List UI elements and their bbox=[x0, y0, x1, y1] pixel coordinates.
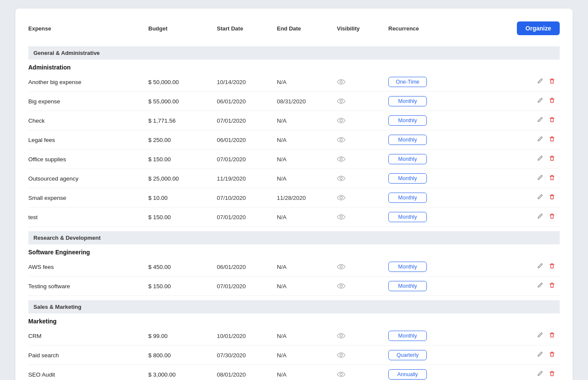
visibility-cell bbox=[337, 79, 388, 85]
expense-budget: $ 99.00 bbox=[148, 333, 217, 339]
expense-budget: $ 250.00 bbox=[148, 137, 217, 143]
delete-button[interactable] bbox=[549, 213, 555, 221]
delete-button[interactable] bbox=[549, 370, 555, 379]
expense-name: Check bbox=[28, 118, 148, 124]
visibility-cell bbox=[337, 137, 388, 143]
expense-budget: $ 50,000.00 bbox=[148, 79, 217, 85]
row-actions bbox=[474, 351, 560, 359]
edit-button[interactable] bbox=[537, 282, 543, 290]
table-row: Testing software $ 150.00 07/01/2020 N/A… bbox=[28, 277, 560, 296]
svg-point-0 bbox=[340, 81, 342, 83]
recurrence-badge[interactable]: One-Time bbox=[388, 77, 427, 87]
expense-start-date: 10/14/2020 bbox=[217, 79, 277, 85]
recurrence-cell: Monthly bbox=[388, 262, 474, 272]
recurrence-cell: Annually bbox=[388, 369, 474, 380]
edit-button[interactable] bbox=[537, 136, 543, 144]
organize-button[interactable]: Organize bbox=[517, 21, 560, 35]
group-header-1-0: Software Engineering bbox=[28, 244, 560, 257]
recurrence-badge[interactable]: Monthly bbox=[388, 135, 427, 145]
svg-point-1 bbox=[340, 100, 342, 102]
recurrence-cell: Monthly bbox=[388, 115, 474, 126]
edit-button[interactable] bbox=[537, 116, 543, 125]
visibility-cell bbox=[337, 264, 388, 270]
delete-button[interactable] bbox=[549, 262, 555, 271]
svg-point-10 bbox=[340, 335, 342, 337]
recurrence-badge[interactable]: Monthly bbox=[388, 281, 427, 291]
col-budget: Budget bbox=[148, 25, 217, 32]
svg-point-6 bbox=[340, 196, 342, 199]
expense-start-date: 10/01/2020 bbox=[217, 333, 277, 339]
recurrence-badge[interactable]: Monthly bbox=[388, 212, 427, 222]
expense-budget: $ 150.00 bbox=[148, 283, 217, 290]
recurrence-badge[interactable]: Annually bbox=[388, 369, 427, 380]
expense-end-date: 11/28/2020 bbox=[277, 195, 337, 201]
delete-button[interactable] bbox=[549, 174, 555, 183]
recurrence-badge[interactable]: Monthly bbox=[388, 193, 427, 203]
recurrence-cell: Quarterly bbox=[388, 350, 474, 360]
edit-button[interactable] bbox=[537, 332, 543, 340]
visibility-cell bbox=[337, 283, 388, 289]
expense-name: test bbox=[28, 214, 148, 220]
visibility-cell bbox=[337, 98, 388, 104]
svg-point-8 bbox=[340, 265, 342, 268]
visibility-cell bbox=[337, 371, 388, 377]
delete-button[interactable] bbox=[549, 136, 555, 144]
recurrence-cell: Monthly bbox=[388, 135, 474, 145]
edit-button[interactable] bbox=[537, 193, 543, 202]
table-row: Paid search $ 800.00 07/30/2020 N/A Quar… bbox=[28, 346, 560, 365]
expense-name: Legal fees bbox=[28, 137, 148, 143]
delete-button[interactable] bbox=[549, 97, 555, 106]
delete-button[interactable] bbox=[549, 155, 555, 163]
expense-end-date: N/A bbox=[277, 214, 337, 220]
expense-budget: $ 150.00 bbox=[148, 156, 217, 163]
expense-start-date: 07/01/2020 bbox=[217, 118, 277, 124]
delete-button[interactable] bbox=[549, 351, 555, 359]
edit-button[interactable] bbox=[537, 155, 543, 163]
col-start-date: Start Date bbox=[217, 25, 277, 32]
edit-button[interactable] bbox=[537, 351, 543, 359]
recurrence-badge[interactable]: Monthly bbox=[388, 173, 427, 184]
expense-start-date: 07/30/2020 bbox=[217, 352, 277, 359]
col-end-date: End Date bbox=[277, 25, 337, 32]
delete-button[interactable] bbox=[549, 193, 555, 202]
edit-button[interactable] bbox=[537, 213, 543, 221]
delete-button[interactable] bbox=[549, 116, 555, 125]
recurrence-cell: Monthly bbox=[388, 154, 474, 164]
expense-name: Big expense bbox=[28, 98, 148, 105]
table-header: Expense Budget Start Date End Date Visib… bbox=[28, 21, 560, 42]
svg-point-5 bbox=[340, 177, 342, 179]
edit-button[interactable] bbox=[537, 78, 543, 86]
recurrence-cell: Monthly bbox=[388, 193, 474, 203]
expense-end-date: N/A bbox=[277, 137, 337, 143]
edit-button[interactable] bbox=[537, 97, 543, 106]
recurrence-badge[interactable]: Quarterly bbox=[388, 350, 427, 360]
edit-button[interactable] bbox=[537, 174, 543, 183]
delete-button[interactable] bbox=[549, 332, 555, 340]
recurrence-badge[interactable]: Monthly bbox=[388, 262, 427, 272]
expense-start-date: 07/01/2020 bbox=[217, 283, 277, 290]
row-actions bbox=[474, 282, 560, 290]
edit-button[interactable] bbox=[537, 370, 543, 379]
table-row: Big expense $ 55,000.00 06/01/2020 08/31… bbox=[28, 92, 560, 111]
expense-start-date: 06/01/2020 bbox=[217, 137, 277, 143]
expense-name: Office supplies bbox=[28, 156, 148, 163]
recurrence-badge[interactable]: Monthly bbox=[388, 331, 427, 341]
expense-end-date: N/A bbox=[277, 118, 337, 124]
recurrence-badge[interactable]: Monthly bbox=[388, 115, 427, 126]
delete-button[interactable] bbox=[549, 78, 555, 86]
row-actions bbox=[474, 155, 560, 163]
expense-budget: $ 10.00 bbox=[148, 195, 217, 201]
recurrence-badge[interactable]: Monthly bbox=[388, 96, 427, 106]
expense-end-date: N/A bbox=[277, 264, 337, 270]
recurrence-cell: Monthly bbox=[388, 96, 474, 106]
expense-budget: $ 1,771.56 bbox=[148, 118, 217, 124]
section-header-1: Research & Development bbox=[28, 231, 560, 244]
edit-button[interactable] bbox=[537, 262, 543, 271]
expense-start-date: 08/01/2020 bbox=[217, 371, 277, 378]
recurrence-badge[interactable]: Monthly bbox=[388, 154, 427, 164]
expense-end-date: N/A bbox=[277, 156, 337, 163]
expense-budget: $ 3,000.00 bbox=[148, 371, 217, 378]
row-actions bbox=[474, 370, 560, 379]
table-row: Check $ 1,771.56 07/01/2020 N/A Monthly bbox=[28, 111, 560, 130]
delete-button[interactable] bbox=[549, 282, 555, 290]
